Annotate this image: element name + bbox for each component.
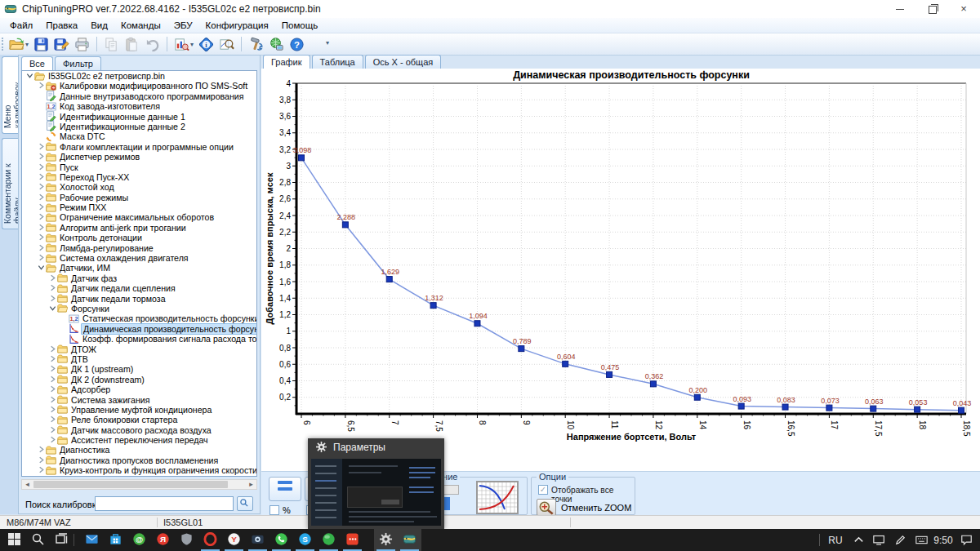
expand-icon[interactable] (48, 384, 57, 394)
calib-tab-0[interactable]: Все (21, 56, 53, 70)
print-button[interactable] (73, 34, 91, 54)
menu-item-6[interactable]: Помощь (275, 18, 324, 30)
expand-icon[interactable] (48, 364, 57, 374)
edit-rows-button[interactable] (269, 477, 301, 501)
cancel-zoom-label[interactable]: Отменить ZOOM (561, 503, 631, 513)
expand-icon[interactable] (48, 395, 57, 405)
expand-icon[interactable] (37, 142, 46, 152)
expand-icon[interactable] (37, 445, 46, 455)
pen-icon[interactable] (890, 529, 910, 551)
menu-item-5[interactable]: Конфигурация (199, 18, 275, 30)
expand-icon[interactable] (48, 283, 57, 293)
info-button[interactable]: i (197, 34, 216, 54)
tree-item-16[interactable]: Контроль детонации (22, 233, 256, 242)
skype-taskbar-button[interactable]: S (293, 529, 317, 551)
expand-icon[interactable] (48, 425, 57, 435)
scroll-left-arrow-icon[interactable]: ◂ (22, 480, 33, 489)
expand-icon[interactable] (37, 465, 46, 475)
tree-item-12[interactable]: Рабочие режимы (22, 193, 256, 202)
tree-item-26[interactable]: Коэфф. формирования сигнала расхода топл… (22, 334, 256, 344)
restore-button[interactable] (918, 0, 947, 18)
store-taskbar-button[interactable] (104, 529, 127, 551)
tree-item-33[interactable]: Управление муфтой кондиционера (22, 405, 256, 415)
minimize-button[interactable] (885, 0, 915, 18)
collapse-icon[interactable] (25, 71, 34, 81)
task-view-taskbar-button[interactable] (50, 529, 74, 551)
red-app-taskbar-button[interactable] (341, 529, 364, 551)
tree-item-3[interactable]: 12Код завода-изготовителя (22, 101, 256, 111)
toolbar-overflow-icon[interactable]: ▾ (326, 39, 332, 47)
tree-item-1[interactable]: Калибровки модифицированного ПО SMS-Soft (22, 81, 256, 91)
graph-tab-0[interactable]: График (263, 55, 310, 69)
tree-item-15[interactable]: Алгоритм anti-jerk при трогании (22, 223, 256, 233)
injector-dynamics-chart[interactable]: 0,20,40,60,811,21,41,61,822,22,42,62,833… (261, 69, 980, 471)
expand-icon[interactable] (48, 405, 57, 415)
menu-item-2[interactable]: Вид (84, 18, 114, 30)
tools-button[interactable] (247, 34, 265, 54)
collapse-icon[interactable] (48, 304, 57, 313)
menu-item-1[interactable]: Правка (39, 18, 84, 30)
settings-preview-thumbnail[interactable] (311, 459, 441, 526)
save-as-button[interactable] (52, 34, 71, 54)
tree-item-28[interactable]: ДТВ (22, 354, 256, 364)
tree-item-29[interactable]: ДК 1 (upstream) (22, 364, 256, 374)
help-button[interactable]: ? (287, 34, 306, 54)
curve-preview-button[interactable] (476, 481, 519, 514)
show-all-points-checkbox[interactable]: ✓ (538, 485, 548, 495)
expand-icon[interactable] (37, 212, 46, 222)
whatsapp-taskbar-button[interactable] (270, 529, 293, 551)
menu-item-0[interactable]: Файл (3, 18, 39, 30)
yandex-browser-taskbar-button[interactable]: Я (151, 529, 175, 551)
side-tab-0[interactable]: Меню калибровок (2, 56, 18, 134)
tree-item-10[interactable]: Переход Пуск-ХХ (22, 172, 256, 182)
tree-item-38[interactable]: Диагностика пропусков воспламенения (22, 455, 256, 465)
tree-item-32[interactable]: Система зажигания (22, 395, 256, 405)
tree-item-19[interactable]: Датчики, ИМ (22, 263, 256, 273)
tree-item-27[interactable]: ДТОЖ (22, 344, 256, 354)
tree-item-22[interactable]: Датчик педали тормоза (22, 294, 256, 304)
tree-item-23[interactable]: Форсунки (22, 304, 256, 313)
expand-icon[interactable] (37, 202, 46, 212)
tree-item-7[interactable]: Флаги комплектации и программные опции (22, 142, 256, 152)
settings-preview-popup[interactable]: Параметры (308, 438, 444, 529)
tree-item-34[interactable]: Реле блокировки стартера (22, 415, 256, 424)
cancel-zoom-button-icon[interactable] (537, 499, 556, 516)
sphere-taskbar-button[interactable] (317, 529, 341, 551)
settings-taskbar-button[interactable] (374, 529, 398, 551)
scrollbar-thumb[interactable] (33, 481, 228, 488)
expand-icon[interactable] (48, 344, 57, 354)
tree-item-31[interactable]: Адсорбер (22, 384, 256, 394)
graph-tab-1[interactable]: Таблица (312, 55, 363, 69)
calibration-search-input[interactable] (95, 496, 234, 511)
calib-tab-1[interactable]: Фильтр (55, 56, 101, 70)
notification-icon[interactable] (956, 529, 977, 551)
search-button[interactable] (237, 496, 253, 511)
expand-icon[interactable] (48, 273, 57, 283)
tree-item-25[interactable]: Динамическая производительность форсунки (22, 324, 256, 334)
graph-tab-2[interactable]: Ось X - общая (365, 55, 442, 69)
expand-icon[interactable] (37, 233, 46, 242)
dropdown-arrow-icon[interactable]: ▾ (190, 41, 194, 48)
expand-icon[interactable] (37, 455, 46, 465)
expand-icon[interactable] (37, 172, 46, 182)
tree-item-21[interactable]: Датчик педали сцепления (22, 283, 256, 293)
search-map-button[interactable] (217, 34, 236, 54)
keyboard-icon[interactable] (911, 529, 931, 551)
tree-item-20[interactable]: Датчик фаз (22, 273, 256, 283)
expand-icon[interactable] (37, 162, 46, 172)
tree-item-36[interactable]: Ассистент переключения передач (22, 435, 256, 445)
tree-horizontal-scrollbar[interactable]: ◂ ▸ (21, 479, 257, 490)
camera-taskbar-button[interactable] (246, 529, 270, 551)
language-indicator[interactable]: RU (823, 529, 848, 551)
tree-item-37[interactable]: Диагностика (22, 445, 256, 455)
menu-item-3[interactable]: Команды (114, 18, 167, 30)
expand-icon[interactable] (37, 182, 46, 192)
checksum-button[interactable]: ▾ (172, 34, 195, 54)
taskbar-search-taskbar-button[interactable] (26, 529, 50, 551)
defender-taskbar-button[interactable] (175, 529, 198, 551)
tree-item-30[interactable]: ДК 2 (downstream) (22, 375, 256, 384)
tree-item-13[interactable]: Режим ПХХ (22, 202, 256, 212)
menu-item-4[interactable]: ЭБУ (167, 18, 199, 30)
connect-button[interactable] (267, 34, 286, 54)
side-tab-1[interactable]: Комментарии к файлу (2, 138, 18, 229)
